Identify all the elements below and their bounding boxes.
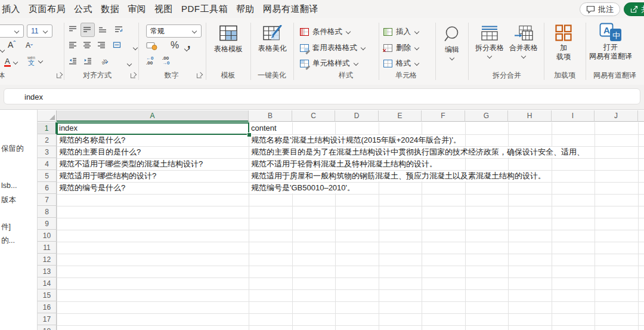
- font-name-dropdown[interactable]: [0, 24, 24, 38]
- row-header-9[interactable]: 9: [38, 218, 57, 230]
- row-header-5[interactable]: 5: [38, 170, 57, 182]
- menu-item-9[interactable]: 网易有道翻译: [262, 4, 319, 15]
- row-header-18[interactable]: 18: [38, 325, 57, 330]
- comma-style-icon[interactable]: ,: [187, 41, 191, 47]
- active-cell-selection[interactable]: [57, 122, 249, 135]
- column-header-F[interactable]: F: [422, 110, 465, 122]
- column-header-H[interactable]: H: [508, 110, 552, 122]
- menu-item-8[interactable]: 帮助: [236, 4, 255, 15]
- column-header-partial[interactable]: [638, 110, 644, 122]
- cells-item-1-button[interactable]: 插入: [383, 27, 420, 37]
- select-all-corner[interactable]: [38, 110, 57, 122]
- cell-A6[interactable]: 规范的编号是什么?: [59, 183, 125, 193]
- column-header-A[interactable]: A: [57, 110, 249, 122]
- comments-button[interactable]: 批注: [580, 2, 620, 16]
- row-header-1[interactable]: 1: [38, 122, 57, 134]
- column-header-I[interactable]: I: [552, 110, 595, 122]
- row-header-8[interactable]: 8: [38, 206, 57, 218]
- chevron-down-icon[interactable]: [127, 61, 132, 67]
- shrink-font-button[interactable]: Aˇ: [26, 39, 33, 50]
- column-header-C[interactable]: C: [292, 110, 335, 122]
- cell-B2[interactable]: 规范名称是'混凝土结构设计规范(2015年版+2024年版合并)'。: [250, 135, 462, 146]
- decrease-indent-icon[interactable]: [68, 56, 78, 66]
- open-translate-button[interactable]: A中 打开 网易有道翻译: [587, 23, 634, 61]
- wrap-text-icon[interactable]: [114, 24, 123, 34]
- row-header-10[interactable]: 10: [38, 230, 57, 242]
- accounting-format-icon[interactable]: [146, 41, 158, 51]
- number-format-dropdown[interactable]: 常规: [146, 24, 202, 38]
- cells-item-2-button[interactable]: 删除: [383, 43, 420, 53]
- row-header-11[interactable]: 11: [38, 242, 57, 254]
- row-header-13[interactable]: 13: [38, 266, 57, 277]
- cell-B3[interactable]: 规范的主要目的是为了在混凝土结构设计中贯彻执行国家的技术经济政策，确保设计安全、…: [250, 147, 586, 158]
- cell-B6[interactable]: 规范编号是'GB50010–2010'。: [250, 183, 356, 193]
- align-center-icon[interactable]: [82, 40, 92, 50]
- cells-item-3-button[interactable]: 格式: [383, 58, 420, 69]
- font-size-dropdown[interactable]: 11: [27, 24, 52, 38]
- chevron-down-icon[interactable]: [0, 48, 5, 53]
- formula-input[interactable]: index: [4, 88, 640, 104]
- cell-B5[interactable]: 规范适用于房屋和一般构筑物的钢筋混凝土、预应力混凝土以及素混凝土结构的设计。: [250, 171, 547, 181]
- grow-font-button[interactable]: Aˆ: [8, 39, 16, 50]
- row-header-6[interactable]: 6: [38, 182, 57, 194]
- row-header-17[interactable]: 17: [38, 313, 57, 325]
- align-right-icon[interactable]: [97, 40, 106, 50]
- cell-B1[interactable]: content: [250, 123, 278, 134]
- column-header-J[interactable]: J: [595, 110, 638, 122]
- table-beautify-button[interactable]: 表格美化: [253, 25, 292, 53]
- table-template-button[interactable]: 表格模板: [209, 25, 248, 54]
- row-header-16[interactable]: 16: [38, 301, 57, 313]
- decrease-decimal-icon[interactable]: ←0.00: [146, 56, 153, 66]
- increase-decimal-icon[interactable]: .00→0: [162, 56, 169, 66]
- chevron-down-icon: [346, 29, 351, 35]
- edit-button[interactable]: 编辑: [438, 25, 466, 61]
- font-color-button[interactable]: A: [4, 57, 18, 67]
- menu-item-5[interactable]: 审阅: [127, 4, 147, 15]
- style-item-2-button[interactable]: 套用表格格式: [300, 43, 366, 53]
- row-header-12[interactable]: 12: [38, 254, 57, 266]
- cells-item-label: 插入: [396, 27, 411, 37]
- menu-item-3[interactable]: 公式: [73, 4, 93, 15]
- ribbon: 11 Aˆ Aˇ A wén文 字体 ab 对齐方式: [0, 18, 644, 85]
- split-table-button[interactable]: 拆分表格: [473, 25, 506, 59]
- row-header-7[interactable]: 7: [38, 194, 57, 206]
- phonetic-guide-button[interactable]: wén文: [27, 55, 44, 66]
- row-header-2[interactable]: 2: [38, 134, 57, 146]
- text-orientation-icon[interactable]: ab: [100, 56, 109, 66]
- fill-handle[interactable]: [247, 132, 252, 137]
- column-header-D[interactable]: D: [335, 110, 379, 122]
- menu-item-7[interactable]: PDF工具箱: [181, 4, 228, 15]
- alignment-dialog-launcher-icon[interactable]: [131, 73, 136, 78]
- cell-A2[interactable]: 规范的名称是什么?: [59, 135, 125, 146]
- percent-style-icon[interactable]: %: [171, 40, 179, 51]
- row-header-4[interactable]: 4: [38, 158, 57, 170]
- increase-indent-icon[interactable]: [83, 56, 92, 66]
- cell-B4[interactable]: 规范不适用于轻骨料混凝土及特种混凝土结构的设计。: [250, 159, 438, 169]
- cell-A3[interactable]: 规范的主要目的是什么?: [59, 147, 141, 158]
- chevron-down-icon[interactable]: [133, 45, 138, 51]
- align-middle-icon[interactable]: [82, 24, 92, 34]
- row-header-3[interactable]: 3: [38, 146, 57, 158]
- font-dialog-launcher-icon[interactable]: [57, 73, 62, 78]
- align-left-icon[interactable]: [68, 40, 78, 50]
- cell-A4[interactable]: 规范不适用于哪些类型的混凝土结构设计?: [59, 159, 203, 169]
- menu-item-1[interactable]: 插入: [1, 4, 21, 15]
- column-header-G[interactable]: G: [465, 110, 508, 122]
- column-header-B[interactable]: B: [249, 110, 292, 122]
- style-item-3-button[interactable]: 单元格样式: [300, 58, 359, 69]
- cell-A5[interactable]: 规范适用于哪些结构的设计?: [59, 171, 156, 181]
- share-button[interactable]: 共享: [624, 2, 644, 16]
- align-top-icon[interactable]: [68, 24, 78, 34]
- number-dialog-launcher-icon[interactable]: [197, 73, 202, 78]
- row-header-14[interactable]: 14: [38, 277, 57, 289]
- menu-item-2[interactable]: 页面布局: [28, 4, 66, 15]
- style-item-1-button[interactable]: 条件格式: [300, 27, 351, 37]
- merge-table-button[interactable]: 合并表格: [507, 25, 540, 59]
- menu-item-4[interactable]: 数据: [100, 4, 120, 15]
- menu-item-6[interactable]: 视图: [154, 4, 174, 15]
- row-header-15[interactable]: 15: [38, 289, 57, 301]
- merge-center-icon[interactable]: [112, 40, 122, 50]
- column-header-E[interactable]: E: [379, 110, 422, 122]
- addins-button[interactable]: 加 载项: [549, 24, 578, 61]
- align-bottom-icon[interactable]: [98, 24, 107, 34]
